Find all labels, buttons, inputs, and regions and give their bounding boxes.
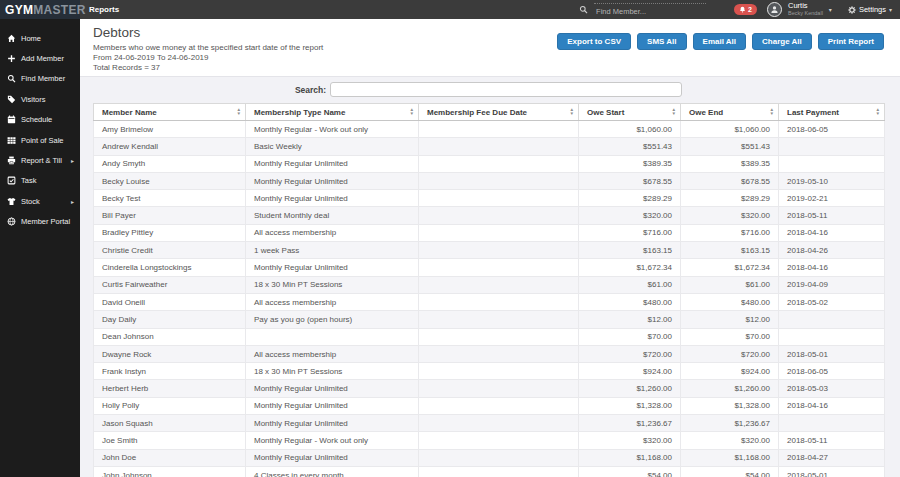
sort-icon: ▲▼ [875,108,880,115]
notification-count: 2 [748,6,752,13]
cell-member-name: Holly Polly [94,397,246,414]
cell-membership-fee-due-date [419,397,579,414]
cell-membership-type-name: All access membership [246,345,419,362]
column-header-owe-start[interactable]: Owe Start▲▼ [579,104,681,121]
table-row[interactable]: Curtis Fairweather18 x 30 Min PT Session… [94,276,885,293]
sidebar-item-task[interactable]: Task [0,171,80,191]
sidebar-item-add-member[interactable]: Add Member [0,48,80,68]
export-to-csv-button[interactable]: Export to CSV [557,33,631,50]
table-row[interactable]: Amy BrimelowMonthly Regular - Work out o… [94,121,885,138]
sidebar-item-point-of-sale[interactable]: Point of Sale [0,130,80,150]
cell-last-payment: 2019-04-09 [779,276,885,293]
sidebar-item-visitors[interactable]: Visitors [0,89,80,109]
table-row[interactable]: Becky TestMonthly Regular Unlimited$289.… [94,190,885,207]
cell-membership-type-name: Monthly Regular - Work out only [246,432,419,449]
sidebar-item-label: Add Member [21,54,64,63]
column-header-last-payment[interactable]: Last Payment▲▼ [779,104,885,121]
table-row[interactable]: Becky LouiseMonthly Regular Unlimited$67… [94,172,885,189]
cell-last-payment [779,415,885,432]
print-report-button[interactable]: Print Report [818,33,884,50]
gear-icon [848,6,856,14]
table-row[interactable]: Joe SmithMonthly Regular - Work out only… [94,432,885,449]
cell-owe-start: $12.00 [579,311,681,328]
cell-last-payment: 2019-05-10 [779,172,885,189]
debtors-table: Member Name▲▼Membership Type Name▲▼Membe… [93,103,885,477]
cell-membership-type-name: Monthly Regular Unlimited [246,190,419,207]
home-icon [7,34,16,43]
table-row[interactable]: Dwayne RockAll access membership$720.00$… [94,345,885,362]
cell-membership-fee-due-date [419,293,579,310]
cell-last-payment: 2018-04-16 [779,224,885,241]
table-row[interactable]: David OneillAll access membership$480.00… [94,293,885,310]
cell-membership-fee-due-date [419,363,579,380]
column-header-owe-end[interactable]: Owe End▲▼ [681,104,779,121]
grid-icon [7,136,16,145]
table-row[interactable]: Bill PayerStudent Monthly deal$320.00$32… [94,207,885,224]
gymmaster-logo[interactable]: GYMMASTER [0,0,80,19]
cell-membership-fee-due-date [419,328,579,345]
cell-member-name: Frank Instyn [94,363,246,380]
notification-badge[interactable]: 2 [734,4,757,15]
table-row[interactable]: John DoeMonthly Regular Unlimited$1,168.… [94,449,885,466]
cell-owe-end: $551.43 [681,138,779,155]
cell-membership-type-name: Monthly Regular Unlimited [246,415,419,432]
table-row[interactable]: Day DailyPay as you go (open hours)$12.0… [94,311,885,328]
sidebar-item-report-till[interactable]: Report & Till▸ [0,150,80,170]
cell-member-name: Bradley Pittley [94,224,246,241]
cell-member-name: Cinderella Longstockings [94,259,246,276]
cell-owe-start: $1,060.00 [579,121,681,138]
sort-icon: ▲▼ [671,108,676,115]
column-header-label: Owe End [689,108,723,117]
sidebar-item-member-portal[interactable]: Member Portal [0,212,80,232]
cell-owe-start: $720.00 [579,345,681,362]
column-header-label: Membership Fee Due Date [427,108,527,117]
cell-last-payment: 2019-02-21 [779,190,885,207]
cell-membership-type-name: Monthly Regular Unlimited [246,380,419,397]
table-row[interactable]: Andrew KendallBasic Weekly$551.43$551.43 [94,138,885,155]
cell-owe-end: $480.00 [681,293,779,310]
cell-member-name: David Oneill [94,293,246,310]
cell-owe-end: $61.00 [681,276,779,293]
table-row[interactable]: Jason SquashMonthly Regular Unlimited$1,… [94,415,885,432]
sidebar-item-schedule[interactable]: Schedule [0,110,80,130]
column-header-membership-type-name[interactable]: Membership Type Name▲▼ [246,104,419,121]
avatar[interactable] [767,2,782,17]
cell-owe-end: $70.00 [681,328,779,345]
sidebar-item-find-member[interactable]: Find Member [0,69,80,89]
cell-owe-end: $1,168.00 [681,449,779,466]
cell-membership-fee-due-date [419,155,579,172]
table-row[interactable]: Dean Johnson$70.00$70.00 [94,328,885,345]
cell-member-name: Curtis Fairweather [94,276,246,293]
email-all-button[interactable]: Email All [693,33,747,50]
settings-menu[interactable]: Settings ▾ [848,5,892,14]
globe-icon [7,217,16,226]
cell-membership-fee-due-date [419,466,579,477]
table-row[interactable]: John Johnson4 Classes in every month$54.… [94,466,885,477]
table-row[interactable]: Bradley PittleyAll access membership$716… [94,224,885,241]
charge-all-button[interactable]: Charge All [752,33,812,50]
table-row[interactable]: Christie Credit1 week Pass$163.15$163.15… [94,242,885,259]
cell-membership-type-name: All access membership [246,224,419,241]
sidebar-item-label: Report & Till [21,156,62,165]
search-input[interactable] [330,82,682,97]
column-header-membership-fee-due-date[interactable]: Membership Fee Due Date▲▼ [419,104,579,121]
task-icon [7,176,16,185]
sidebar-item-stock[interactable]: Stock▸ [0,191,80,211]
cell-owe-end: $716.00 [681,224,779,241]
logo-gym-text: GYM [5,3,33,17]
cell-owe-end: $320.00 [681,432,779,449]
sms-all-button[interactable]: SMS All [637,33,686,50]
find-member-input[interactable] [594,3,706,16]
chevron-down-icon: ▾ [889,7,892,13]
column-header-member-name[interactable]: Member Name▲▼ [94,104,246,121]
table-row[interactable]: Andy SmythMonthly Regular Unlimited$389.… [94,155,885,172]
table-row[interactable]: Herbert HerbMonthly Regular Unlimited$1,… [94,380,885,397]
cell-membership-fee-due-date [419,276,579,293]
table-row[interactable]: Holly PollyMonthly Regular Unlimited$1,3… [94,397,885,414]
user-menu[interactable]: Curtis Becky Kendall [788,2,823,17]
table-row[interactable]: Frank Instyn18 x 30 Min PT Sessions$924.… [94,363,885,380]
cell-membership-type-name: 18 x 30 Min PT Sessions [246,363,419,380]
table-row[interactable]: Cinderella LongstockingsMonthly Regular … [94,259,885,276]
cell-membership-type-name: Pay as you go (open hours) [246,311,419,328]
sidebar-item-home[interactable]: Home [0,28,80,48]
